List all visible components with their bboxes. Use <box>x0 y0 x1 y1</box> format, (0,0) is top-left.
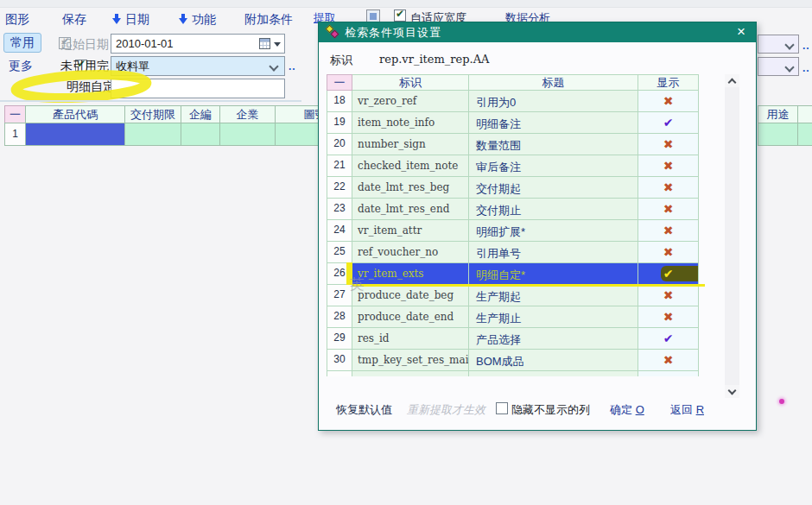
toolbar-item-date[interactable]: 日期 <box>112 12 149 28</box>
shown-mark: ✔ <box>663 331 674 345</box>
toolbar-item-label: 附加条件 <box>244 12 293 26</box>
main-grid-cell-usage[interactable] <box>758 123 798 146</box>
table-row[interactable]: 21 checked_item_note 审后备注 ✖ <box>327 155 701 177</box>
col-header-display[interactable]: 显示 <box>638 74 699 91</box>
row-title: 交付期止 <box>469 199 638 220</box>
dialog-title-bar[interactable]: 检索条件项目设置 × <box>319 22 756 42</box>
more-options-dots[interactable]: .. <box>289 60 296 73</box>
main-grid-header-delivery[interactable]: 交付期限 <box>124 105 181 123</box>
toolbar-item-save[interactable]: 保存 <box>62 12 86 28</box>
table-scrollbar[interactable] <box>725 74 739 398</box>
auto-width-checkbox[interactable] <box>394 9 406 22</box>
row-display-cell[interactable]: ✖ <box>638 177 699 199</box>
row-display-cell[interactable]: ✖ <box>638 350 699 371</box>
row-number: 22 <box>327 177 352 199</box>
col-header-index: 一 <box>327 74 352 91</box>
row-number: 28 <box>327 306 352 328</box>
shown-mark: ✖ <box>663 224 674 237</box>
table-row[interactable]: 19 item_note_info 明细备注 ✔ <box>327 112 701 134</box>
shown-mark: ✖ <box>663 288 674 302</box>
table-row[interactable]: 30 tmp_key_set_res_main BOM成品 ✖ <box>327 350 701 371</box>
main-grid-header-product-code[interactable]: 產品代碼 <box>25 105 125 123</box>
main-grid-header-enterprise[interactable]: 企業 <box>219 105 276 123</box>
table-row[interactable]: 28 produce_date_end 生产期止 ✖ <box>327 306 701 328</box>
row-identifier: vr_item_exts <box>352 263 469 285</box>
row-identifier: vr_zero_ref <box>352 91 469 112</box>
toolbar-item-extra-conditions[interactable]: 附加条件 <box>244 12 293 28</box>
main-grid-cell-ent-code[interactable] <box>181 123 220 146</box>
row-display-cell[interactable]: ✔ <box>638 112 699 134</box>
down-arrow-icon <box>179 14 187 25</box>
shown-mark: ✖ <box>663 245 674 259</box>
row-display-cell[interactable]: ✖ <box>638 285 699 306</box>
row-display-cell[interactable]: ✔ <box>638 328 699 350</box>
right-dots-1[interactable]: .. <box>802 40 810 52</box>
start-date-input[interactable]: 2010-01-01 <box>111 34 285 54</box>
chevron-down-icon <box>786 64 793 71</box>
main-grid-cell-clipped <box>797 123 812 146</box>
back-shortcut: R <box>696 403 704 416</box>
dropdown-arrow-icon <box>274 42 281 47</box>
ok-button[interactable]: 确定 O <box>610 402 644 418</box>
table-row[interactable]: 29 res_id 产品选择 ✔ <box>327 328 701 350</box>
hide-columns-checkbox[interactable] <box>496 402 508 414</box>
row-number: 20 <box>327 134 352 155</box>
row-title: 引用单号 <box>469 242 638 263</box>
close-icon[interactable]: × <box>733 22 749 42</box>
cursor-dot-annotation <box>779 399 784 404</box>
calendar-icon <box>259 38 270 49</box>
table-row[interactable]: 22 date_lmt_res_beg 交付期起 ✖ <box>327 177 701 199</box>
back-button[interactable]: 返回 R <box>670 402 704 418</box>
toolbar-item-function[interactable]: 功能 <box>179 12 216 28</box>
toolbar-item-label: 功能 <box>192 12 216 26</box>
dialog-footer: 恢复默认值 重新提取才生效 隐藏不显示的列 确定 O 返回 R <box>319 387 756 430</box>
main-grid-header-usage[interactable]: 用途 <box>758 105 798 123</box>
restore-defaults-button[interactable]: 恢复默认值 <box>336 402 392 418</box>
table-row[interactable]: 26 vr_item_exts 明细自定* ✔ <box>327 263 701 285</box>
main-grid-cell-enterprise[interactable] <box>219 123 276 146</box>
table-row[interactable]: 18 vr_zero_ref 引用为0 ✖ <box>327 91 701 112</box>
table-row[interactable]: 23 date_lmt_res_end 交付期止 ✖ <box>327 199 701 220</box>
row-display-cell[interactable]: ✔ <box>638 263 699 285</box>
dialog-diamond-icon <box>331 30 339 39</box>
col-header-title[interactable]: 标题 <box>469 74 638 91</box>
table-row[interactable]: 27 produce_date_beg 生产期起 ✖ <box>327 285 701 306</box>
table-row[interactable]: 25 ref_voucher_no 引用单号 ✖ <box>327 242 701 263</box>
table-row[interactable]: 24 vr_item_attr 明细扩展* ✖ <box>327 220 701 242</box>
toolbar-item-label: 图形 <box>5 12 29 26</box>
main-grid-cell-product-code[interactable] <box>25 123 125 146</box>
shown-mark: ✖ <box>663 353 674 367</box>
row-title: 明细备注 <box>469 112 638 134</box>
row-number: 18 <box>327 91 352 112</box>
row-display-cell[interactable]: ✖ <box>638 306 699 328</box>
table-row[interactable]: 20 number_sign 数量范围 ✖ <box>327 134 701 155</box>
date-picker-button[interactable] <box>258 36 282 52</box>
row-identifier: item_note_info <box>352 112 469 134</box>
shown-mark: ✔ <box>663 116 674 129</box>
row-display-cell[interactable]: ✖ <box>638 155 699 177</box>
row-display-cell[interactable]: ✖ <box>638 242 699 263</box>
row-display-cell[interactable]: ✖ <box>638 91 699 112</box>
col-header-identifier[interactable]: 标识 <box>352 74 469 91</box>
start-date-value: 2010-01-01 <box>116 37 174 50</box>
row-number: 19 <box>327 112 352 134</box>
row-title: 引用为0 <box>469 91 638 112</box>
right-combobox-1[interactable] <box>758 35 799 54</box>
shown-mark: ✖ <box>663 180 674 194</box>
row-display-cell[interactable]: ✖ <box>638 134 699 155</box>
row-display-cell[interactable]: ✖ <box>638 199 699 220</box>
toolbar-item-graph[interactable]: 图形 <box>5 12 29 28</box>
right-dots-2[interactable]: .. <box>802 62 810 74</box>
dialog-title: 检索条件项目设置 <box>345 22 441 42</box>
tab-common[interactable]: 常用 <box>3 33 41 53</box>
row-display-cell[interactable]: ✖ <box>638 220 699 242</box>
main-grid-header-ent-code[interactable]: 企編 <box>181 105 220 123</box>
refresh-note-text: 重新提取才生效 <box>407 402 485 418</box>
right-combobox-2[interactable] <box>758 57 799 76</box>
row-number: 27 <box>327 285 352 306</box>
main-grid-cell-delivery[interactable] <box>124 123 181 146</box>
row-identifier: date_lmt_res_end <box>352 199 469 220</box>
scrollbar-up-button[interactable] <box>725 74 739 87</box>
row-title: 产品选择 <box>469 328 638 350</box>
shown-mark: ✖ <box>663 137 674 151</box>
